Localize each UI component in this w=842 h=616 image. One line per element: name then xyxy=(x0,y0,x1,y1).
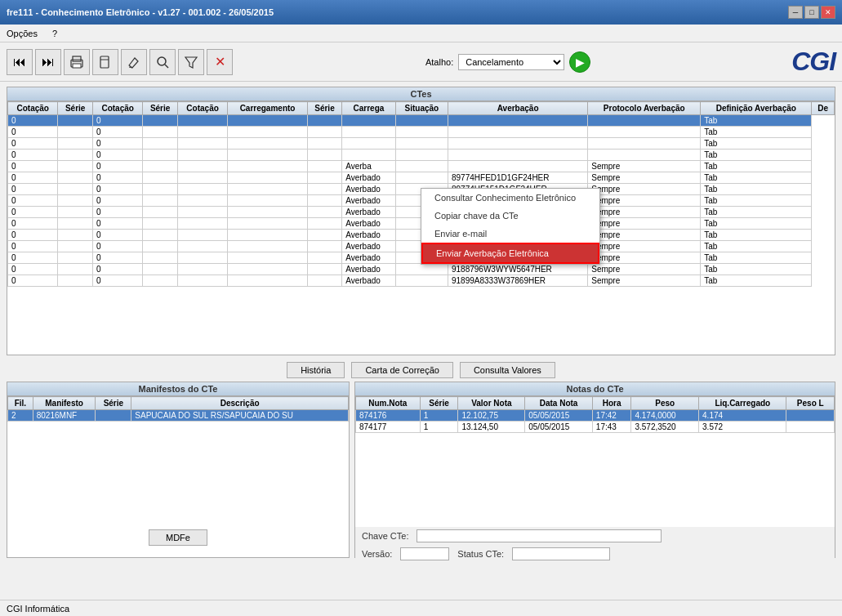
svg-line-7 xyxy=(165,65,168,68)
list-item[interactable]: 874177113.124,5005/05/201517:433.572,352… xyxy=(356,422,835,433)
table-row[interactable]: 00Tab xyxy=(8,150,835,161)
window-title: fre111 - Conhecimento Eletrônico - v1.27… xyxy=(7,7,274,17)
manifestos-table-container[interactable]: Fil. Manifesto Série Descrição 280216MNF… xyxy=(7,396,349,527)
play-button[interactable]: ▶ xyxy=(569,51,590,73)
first-button[interactable]: ⏮ xyxy=(7,49,33,75)
maximize-button[interactable]: □ xyxy=(804,6,819,19)
table-row[interactable]: 00Averbado91899A8333W37869HERSempreTab xyxy=(8,275,835,287)
atalho-label: Atalho: xyxy=(425,57,453,67)
status-cte-input[interactable] xyxy=(512,547,610,560)
list-item[interactable]: 874176112.102,7505/05/201517:424.174,000… xyxy=(356,410,835,422)
mdfe-btn-row: MDFe xyxy=(7,527,349,548)
manifestos-table: Fil. Manifesto Série Descrição 280216MNF… xyxy=(7,396,349,422)
search-button[interactable] xyxy=(149,49,176,75)
chave-cte-label: Chave CTe: xyxy=(362,531,408,541)
main-content: CTes Cotação Série Cotação Série Cotação… xyxy=(0,82,842,566)
ctes-header-row: Cotação Série Cotação Série Cotação Carr… xyxy=(8,102,835,115)
status-cte-label: Status CTe: xyxy=(457,549,504,559)
col-serie-n: Série xyxy=(420,397,458,410)
col-definicao: Definição Averbação xyxy=(701,102,812,115)
manifestos-title: Manifestos do CTe xyxy=(7,382,349,396)
print-button[interactable] xyxy=(64,49,90,75)
historia-button[interactable]: História xyxy=(287,362,345,378)
table-row[interactable]: 00Tab xyxy=(8,115,835,127)
notas-title: Notas do CTe xyxy=(355,382,835,396)
col-data-nota: Data Nota xyxy=(525,397,593,410)
bottom-panels: Manifestos do CTe Fil. Manifesto Série D… xyxy=(7,382,835,561)
col-cotacao1: Cotação xyxy=(8,102,58,115)
col-manifesto: Manifesto xyxy=(33,397,96,410)
chave-cte-input[interactable] xyxy=(417,529,662,542)
col-situacao: Situação xyxy=(395,102,448,115)
col-carregamento: Carregamento xyxy=(228,102,307,115)
consulta-valores-button[interactable]: Consulta Valores xyxy=(460,362,555,378)
col-cotacao3: Cotação xyxy=(177,102,227,115)
minimize-button[interactable]: ─ xyxy=(788,6,803,19)
table-row[interactable]: 00Averbado9188796W3WYW5647HERSempreTab xyxy=(8,264,835,275)
col-liq-carregado: Liq.Carregado xyxy=(699,397,786,410)
mdfe-button[interactable]: MDFe xyxy=(149,529,207,546)
last-button[interactable]: ⏭ xyxy=(35,49,61,75)
table-row[interactable]: 00AverbaSempreTab xyxy=(8,161,835,172)
notas-header: Num.Nota Série Valor Nota Data Nota Hora… xyxy=(356,397,835,410)
col-descricao: Descrição xyxy=(131,397,349,410)
versao-row: Versão: Status CTe: xyxy=(355,545,835,563)
versao-label: Versão: xyxy=(362,549,392,559)
ctes-panel-title: CTes xyxy=(7,87,835,101)
delete-button[interactable]: ✕ xyxy=(207,49,233,75)
window-controls: ─ □ ✕ xyxy=(788,6,835,19)
new-button[interactable] xyxy=(92,49,118,75)
status-bar: CGI Informática xyxy=(0,600,842,616)
svg-marker-8 xyxy=(185,57,197,68)
cgi-logo: CGI xyxy=(791,47,835,77)
title-bar: fre111 - Conhecimento Eletrônico - v1.27… xyxy=(0,0,842,25)
versao-input[interactable] xyxy=(400,547,449,560)
col-fil: Fil. xyxy=(8,397,33,410)
close-button[interactable]: ✕ xyxy=(821,6,835,19)
manifestos-panel: Manifestos do CTe Fil. Manifesto Série D… xyxy=(7,382,350,558)
svg-rect-2 xyxy=(73,64,81,68)
col-num-nota: Num.Nota xyxy=(356,397,421,410)
context-menu-item[interactable]: Copiar chave da CTe xyxy=(421,207,599,225)
col-averbacao: Averbação xyxy=(448,102,588,115)
col-serie2: Série xyxy=(143,102,177,115)
svg-rect-3 xyxy=(100,56,109,68)
menu-opcoes[interactable]: Opções xyxy=(3,28,41,39)
svg-rect-1 xyxy=(73,56,81,61)
toolbar: ⏮ ⏭ ✕ Atalho: Cancelamento ▶ CGI xyxy=(0,42,842,82)
list-item[interactable]: 280216MNFSAPUCAIA DO SUL RS/SAPUCAIA DO … xyxy=(8,410,349,422)
filter-button[interactable] xyxy=(178,49,204,75)
action-buttons-row: História Carta de Correção Consulta Valo… xyxy=(7,359,835,382)
status-text: CGI Informática xyxy=(7,604,69,614)
table-row[interactable]: 00Averbado89774HFED1D1GF24HERSempreTab xyxy=(8,172,835,184)
carta-correcao-button[interactable]: Carta de Correção xyxy=(351,362,453,378)
context-menu: Consultar Conhecimento EletrônicoCopiar … xyxy=(421,188,600,265)
col-valor-nota: Valor Nota xyxy=(458,397,525,410)
menu-help[interactable]: ? xyxy=(49,28,60,39)
col-hora: Hora xyxy=(592,397,631,410)
col-serie-m: Série xyxy=(96,397,131,410)
context-menu-item[interactable]: Enviar e-mail xyxy=(421,225,599,243)
bottom-info-row: Chave CTe: xyxy=(355,527,835,545)
manifestos-header: Fil. Manifesto Série Descrição xyxy=(8,397,349,410)
col-peso-l: Peso L xyxy=(786,397,835,410)
col-peso: Peso xyxy=(631,397,699,410)
edit-button[interactable] xyxy=(121,49,147,75)
context-menu-item[interactable]: Enviar Averbação Eletrônica xyxy=(421,243,599,264)
col-cotacao2: Cotação xyxy=(92,102,142,115)
col-de: De xyxy=(812,102,835,115)
context-menu-item[interactable]: Consultar Conhecimento Eletrônico xyxy=(421,189,599,207)
atalho-area: Atalho: Cancelamento ▶ xyxy=(425,51,590,73)
col-serie1: Série xyxy=(58,102,92,115)
atalho-select[interactable]: Cancelamento xyxy=(458,54,564,70)
table-row[interactable]: 00Tab xyxy=(8,127,835,138)
notas-table: Num.Nota Série Valor Nota Data Nota Hora… xyxy=(355,396,835,433)
col-protocolo: Protocolo Averbação xyxy=(588,102,701,115)
col-serie3: Série xyxy=(307,102,341,115)
svg-point-6 xyxy=(158,57,166,65)
col-carrega: Carrega xyxy=(342,102,396,115)
table-row[interactable]: 00Tab xyxy=(8,138,835,150)
menu-bar: Opções ? xyxy=(0,25,842,42)
notas-table-container[interactable]: Num.Nota Série Valor Nota Data Nota Hora… xyxy=(355,396,835,527)
notas-panel: Notas do CTe Num.Nota Série Valor Nota D… xyxy=(354,382,835,558)
